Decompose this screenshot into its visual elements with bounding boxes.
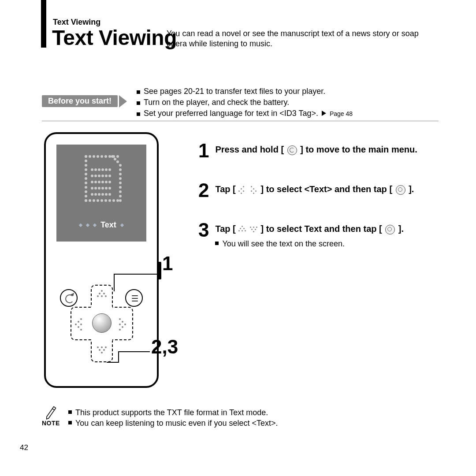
menu-button-icon: [125, 289, 143, 307]
prereq-item: Turn on the player, and check the batter…: [144, 97, 289, 108]
callout-label-2-3: 2,3: [151, 336, 178, 358]
page-ref-arrow-icon: [322, 111, 326, 116]
right-arrow-inline-icon: [250, 186, 258, 194]
bullet-icon: [68, 410, 72, 414]
bullet-icon: [137, 101, 140, 105]
screen-mode-label: Text: [56, 220, 146, 230]
badge-arrow-icon: [119, 95, 127, 108]
text-file-icon: /*placeholder so parser keeps div open*/: [85, 155, 119, 199]
bullet-icon: [137, 112, 140, 116]
right-arrow-icon: [117, 317, 130, 331]
left-arrow-inline-icon: [238, 186, 246, 194]
up-arrow-icon: [95, 289, 108, 302]
note-item: This product supports the TXT file forma…: [75, 407, 268, 418]
note-list: This product supports the TXT file forma…: [68, 407, 278, 429]
note-label: NOTE: [42, 420, 60, 427]
prerequisite-list: See pages 20-21 to transfer text files t…: [137, 86, 353, 119]
bullet-icon: [215, 242, 219, 245]
prereq-item: See pages 20-21 to transfer text files t…: [144, 86, 325, 97]
page-reference: Page 48: [330, 110, 353, 117]
back-button-inline-icon: [287, 145, 297, 155]
page-title: Text Viewing: [52, 26, 177, 50]
step-number: 3: [198, 220, 209, 249]
down-arrow-inline-icon: [250, 226, 258, 234]
callout-leader-line: [114, 274, 161, 275]
callout-leader-line: [118, 351, 119, 362]
step-text: Tap [ ] to select <Text> and then tap [ …: [215, 181, 414, 200]
note-item: You can keep listening to music even if …: [75, 418, 278, 428]
down-arrow-icon: [95, 345, 108, 358]
back-button-icon: [60, 289, 78, 307]
step-1: 1 Press and hold [ ] to move to the main…: [198, 141, 436, 160]
up-arrow-inline-icon: [238, 226, 246, 234]
divider: [42, 121, 439, 121]
before-you-start-badge: Before you start!: [42, 95, 118, 107]
bullet-icon: [68, 421, 72, 424]
select-button-icon: [92, 313, 112, 333]
step-number: 2: [198, 181, 209, 200]
step-list: 1 Press and hold [ ] to move to the main…: [198, 141, 436, 269]
select-button-inline-icon: [385, 225, 395, 234]
note-badge: NOTE: [42, 405, 60, 427]
intro-text: You can read a novel or see the manuscri…: [167, 29, 440, 49]
device-screen: /*placeholder so parser keeps div open*/…: [56, 145, 146, 242]
step-text: Press and hold [ ] to move to the main m…: [215, 141, 417, 160]
prereq-item: Set your preferred language for text in …: [144, 108, 353, 119]
section-indicator-bar: [41, 0, 46, 48]
step-sub-bullet: You will see the text on the screen.: [215, 239, 404, 249]
note-pen-icon: [43, 405, 59, 420]
bullet-icon: [137, 90, 140, 94]
callout-leader-line: [114, 274, 115, 291]
callout-leader-line: [118, 351, 150, 352]
device-illustration: /*placeholder so parser keeps div open*/…: [44, 132, 159, 388]
step-3: 3 Tap [ ] to select Text and then tap [ …: [198, 220, 436, 249]
step-text: Tap [ ] to select Text and then tap [ ].…: [215, 220, 404, 249]
side-button-icon: [158, 262, 161, 279]
callout-leader-line: [107, 362, 119, 363]
step-number: 1: [198, 141, 209, 160]
callout-label-1: 1: [162, 253, 173, 275]
select-button-inline-icon: [396, 185, 405, 195]
step-2: 2 Tap [ ] to select <Text> and then tap …: [198, 181, 436, 200]
left-arrow-icon: [74, 317, 87, 331]
page-number: 42: [20, 443, 28, 452]
